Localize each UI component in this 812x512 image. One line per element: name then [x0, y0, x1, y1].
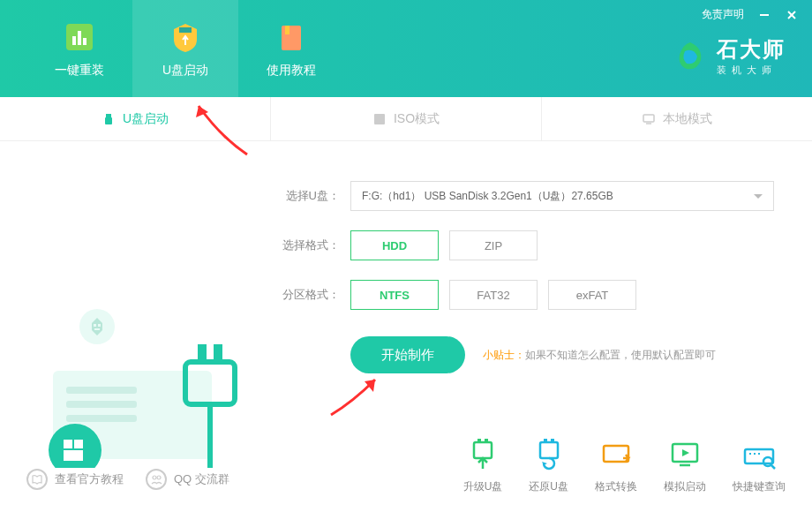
partition-format-label: 分区格式： — [274, 287, 340, 303]
svg-rect-34 — [604, 446, 628, 462]
svg-rect-17 — [66, 387, 137, 394]
svg-rect-11 — [105, 117, 112, 124]
svg-point-44 — [157, 476, 161, 479]
start-create-button[interactable]: 开始制作 — [350, 336, 465, 373]
tool-simulate-boot[interactable]: 模拟启动 — [664, 437, 706, 494]
close-button[interactable] — [785, 8, 799, 22]
monitor-icon — [642, 112, 656, 126]
usb-icon — [102, 112, 116, 126]
partition-option-exfat[interactable]: exFAT — [548, 280, 636, 310]
restore-usb-icon — [531, 437, 567, 472]
shield-icon — [167, 19, 204, 56]
svg-rect-3 — [83, 38, 86, 45]
app-header: 一键重装 U盘启动 使用教程 免责声明 石大师 装机大师 — [0, 0, 812, 97]
svg-line-39 — [771, 465, 775, 469]
tip-text: 小贴士：如果不知道怎么配置，使用默认配置即可 — [483, 348, 716, 363]
svg-rect-13 — [643, 115, 654, 122]
bar-chart-icon — [61, 19, 98, 56]
tab-usb-boot[interactable]: U盘启动 — [132, 0, 238, 97]
svg-rect-2 — [78, 31, 81, 45]
disclaimer-link[interactable]: 免责声明 — [702, 7, 744, 22]
tool-upgrade-usb[interactable]: 升级U盘 — [463, 437, 503, 494]
book-icon — [273, 19, 310, 56]
svg-rect-32 — [544, 439, 547, 442]
partition-option-fat32[interactable]: FAT32 — [449, 280, 538, 310]
qq-group-link[interactable]: QQ 交流群 — [146, 469, 229, 490]
subtab-usb-boot[interactable]: U盘启动 — [0, 97, 271, 140]
partition-option-ntfs[interactable]: NTFS — [350, 280, 439, 310]
svg-rect-12 — [374, 114, 385, 124]
people-icon — [146, 469, 167, 490]
svg-rect-10 — [106, 114, 111, 117]
brand-subtitle: 装机大师 — [717, 64, 786, 77]
tool-restore-usb[interactable]: 还原U盘 — [529, 437, 568, 494]
svg-rect-21 — [64, 440, 72, 448]
minimize-button[interactable] — [757, 8, 771, 22]
usb-illustration — [0, 141, 265, 468]
svg-rect-19 — [66, 415, 137, 422]
tool-hotkey-query[interactable]: 快捷键查询 — [733, 437, 786, 494]
select-format-label: 选择格式： — [274, 237, 340, 253]
svg-rect-1 — [72, 36, 76, 45]
svg-rect-28 — [474, 442, 492, 458]
official-tutorial-link[interactable]: 查看官方教程 — [26, 469, 124, 490]
tab-label: U盘启动 — [162, 63, 208, 79]
format-option-hdd[interactable]: HDD — [350, 230, 439, 260]
simulate-icon — [667, 437, 703, 472]
tab-tutorial[interactable]: 使用教程 — [238, 0, 344, 97]
svg-rect-4 — [179, 27, 192, 33]
svg-rect-26 — [214, 344, 222, 362]
svg-rect-30 — [485, 439, 488, 442]
tab-label: 使用教程 — [267, 63, 316, 79]
tab-label: 一键重装 — [55, 63, 104, 79]
select-udisk-label: 选择U盘： — [274, 188, 340, 204]
svg-rect-22 — [74, 440, 83, 448]
book-open-icon — [26, 469, 48, 490]
tool-format-convert[interactable]: 格式转换 — [595, 437, 637, 494]
svg-rect-29 — [477, 439, 481, 442]
tool-bar: 升级U盘 还原U盘 格式转换 模拟启动 快捷键查询 — [463, 437, 786, 494]
subtab-local[interactable]: 本地模式 — [542, 97, 812, 140]
brand-title: 石大师 — [717, 35, 786, 64]
iso-icon — [372, 112, 387, 126]
udisk-select[interactable]: F:G:（hd1） USB SanDisk 3.2Gen1（U盘）27.65GB — [350, 181, 774, 211]
svg-rect-6 — [285, 26, 289, 34]
keyboard-icon — [741, 437, 777, 472]
upgrade-usb-icon — [465, 437, 500, 472]
svg-rect-33 — [551, 439, 554, 442]
convert-icon — [598, 437, 634, 472]
mode-tabs: U盘启动 ISO模式 本地模式 — [0, 97, 812, 141]
format-option-zip[interactable]: ZIP — [449, 230, 538, 260]
svg-point-43 — [153, 476, 156, 479]
svg-rect-25 — [198, 344, 207, 362]
svg-rect-23 — [64, 450, 83, 461]
svg-rect-18 — [66, 401, 137, 408]
brand-logo: 石大师 装机大师 — [673, 35, 786, 77]
tab-reinstall[interactable]: 一键重装 — [26, 0, 132, 97]
subtab-iso[interactable]: ISO模式 — [271, 97, 542, 140]
svg-rect-5 — [282, 26, 301, 50]
svg-rect-31 — [540, 442, 558, 458]
svg-point-38 — [763, 457, 772, 466]
